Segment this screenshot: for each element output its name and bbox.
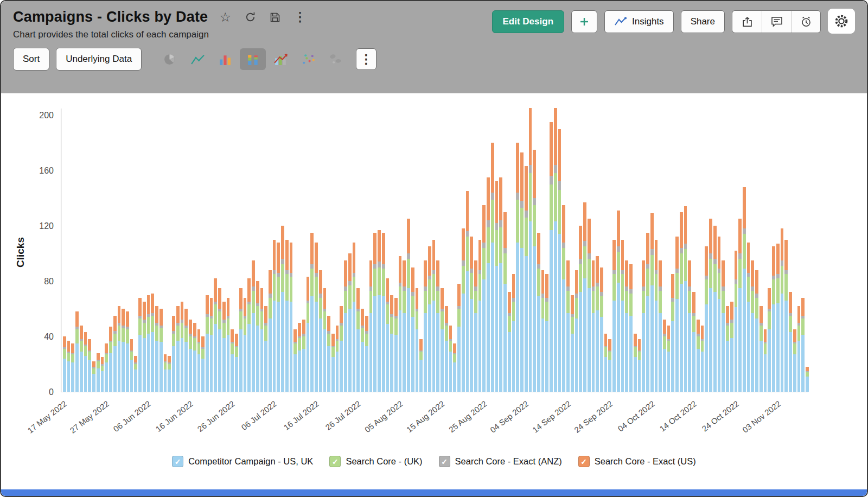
bar-segment[interactable] xyxy=(588,253,591,259)
bar-segment[interactable] xyxy=(784,240,788,270)
bar-segment[interactable] xyxy=(545,298,548,302)
bar-segment[interactable] xyxy=(159,328,163,342)
bar-segment[interactable] xyxy=(688,260,691,286)
bar-segment[interactable] xyxy=(495,181,499,223)
bar-segment[interactable] xyxy=(302,320,305,334)
stacked-bar[interactable] xyxy=(122,309,125,392)
bar-segment[interactable] xyxy=(499,177,502,220)
bar-segment[interactable] xyxy=(588,219,591,253)
bar-segment[interactable] xyxy=(487,177,490,220)
bar-segment[interactable] xyxy=(629,316,633,392)
stacked-bar[interactable] xyxy=(138,298,142,392)
stacked-bar[interactable] xyxy=(680,212,683,392)
bar-segment[interactable] xyxy=(738,259,742,288)
bar-segment[interactable] xyxy=(134,364,137,369)
bar-segment[interactable] xyxy=(227,298,230,316)
bar-segment[interactable] xyxy=(67,353,71,361)
bar-segment[interactable] xyxy=(806,377,809,392)
bar-segment[interactable] xyxy=(650,255,654,285)
stacked-bar[interactable] xyxy=(214,278,217,392)
bar-segment[interactable] xyxy=(457,309,461,327)
bar-segment[interactable] xyxy=(675,273,679,299)
bar-segment[interactable] xyxy=(772,304,775,392)
bar-segment[interactable] xyxy=(181,338,184,392)
bar-segment[interactable] xyxy=(659,313,662,392)
stacked-bar[interactable] xyxy=(210,298,213,392)
bar-segment[interactable] xyxy=(307,277,310,300)
bar-segment[interactable] xyxy=(495,230,499,266)
bar-segment[interactable] xyxy=(399,286,402,310)
bar-segment[interactable] xyxy=(617,252,620,282)
bar-segment[interactable] xyxy=(760,341,763,392)
bar-segment[interactable] xyxy=(474,291,477,313)
stacked-bar[interactable] xyxy=(499,177,502,392)
stacked-bar[interactable] xyxy=(164,354,167,392)
stacked-bar[interactable] xyxy=(252,260,255,392)
bar-segment[interactable] xyxy=(285,240,289,270)
bar-segment[interactable] xyxy=(730,302,733,320)
bar-segment[interactable] xyxy=(457,284,461,306)
bar-segment[interactable] xyxy=(218,288,221,309)
bar-segment[interactable] xyxy=(755,270,758,294)
bar-segment[interactable] xyxy=(512,321,515,392)
bar-segment[interactable] xyxy=(281,226,284,259)
bar-segment[interactable] xyxy=(227,318,230,335)
chart-type-scatter-button[interactable] xyxy=(295,48,321,70)
bar-segment[interactable] xyxy=(344,313,347,392)
bar-segment[interactable] xyxy=(210,318,213,335)
stacked-bar[interactable] xyxy=(407,219,410,392)
bar-segment[interactable] xyxy=(164,369,167,392)
stacked-bar[interactable] xyxy=(784,240,788,392)
bar-segment[interactable] xyxy=(499,263,502,392)
bar-segment[interactable] xyxy=(92,368,95,374)
bar-segment[interactable] xyxy=(709,259,712,288)
stacked-bar[interactable] xyxy=(692,292,695,392)
stacked-bar[interactable] xyxy=(663,320,666,392)
stacked-bar[interactable] xyxy=(281,226,284,392)
bar-segment[interactable] xyxy=(416,311,419,329)
chart-type-line-button[interactable] xyxy=(184,48,210,70)
stacked-bar[interactable] xyxy=(84,332,87,392)
bar-segment[interactable] xyxy=(369,291,373,313)
bar-segment[interactable] xyxy=(285,301,289,392)
bar-segment[interactable] xyxy=(206,317,209,334)
bar-segment[interactable] xyxy=(466,271,469,392)
bar-segment[interactable] xyxy=(722,286,725,291)
bar-segment[interactable] xyxy=(138,335,142,392)
bar-segment[interactable] xyxy=(781,260,784,266)
bar-segment[interactable] xyxy=(201,359,205,392)
bar-segment[interactable] xyxy=(726,326,729,341)
bar-segment[interactable] xyxy=(428,276,431,280)
bar-segment[interactable] xyxy=(583,246,586,278)
stacked-bar[interactable] xyxy=(159,309,163,392)
bar-segment[interactable] xyxy=(516,143,519,193)
bar-segment[interactable] xyxy=(235,347,238,357)
bar-segment[interactable] xyxy=(575,270,578,294)
bar-segment[interactable] xyxy=(478,270,482,275)
bar-segment[interactable] xyxy=(634,334,637,346)
bar-segment[interactable] xyxy=(80,326,83,340)
bar-segment[interactable] xyxy=(302,336,305,349)
bar-segment[interactable] xyxy=(487,220,490,227)
bar-segment[interactable] xyxy=(281,292,284,392)
bar-segment[interactable] xyxy=(663,336,666,349)
stacked-bar[interactable] xyxy=(189,320,192,392)
stacked-bar[interactable] xyxy=(197,329,201,392)
bar-segment[interactable] xyxy=(143,338,146,392)
bar-segment[interactable] xyxy=(503,253,507,284)
bar-segment[interactable] xyxy=(293,354,297,392)
bar-segment[interactable] xyxy=(239,288,242,309)
bar-segment[interactable] xyxy=(579,264,582,292)
bar-segment[interactable] xyxy=(101,357,104,364)
bar-segment[interactable] xyxy=(353,243,356,273)
bar-segment[interactable] xyxy=(214,304,217,324)
bar-segment[interactable] xyxy=(743,269,746,392)
stacked-bar[interactable] xyxy=(722,260,725,392)
bar-segment[interactable] xyxy=(315,277,318,302)
stacked-bar[interactable] xyxy=(659,260,662,392)
stacked-bar[interactable] xyxy=(776,244,780,392)
bar-segment[interactable] xyxy=(772,279,775,304)
bar-segment[interactable] xyxy=(533,198,536,205)
bar-segment[interactable] xyxy=(801,318,805,335)
stacked-bar[interactable] xyxy=(571,295,574,392)
